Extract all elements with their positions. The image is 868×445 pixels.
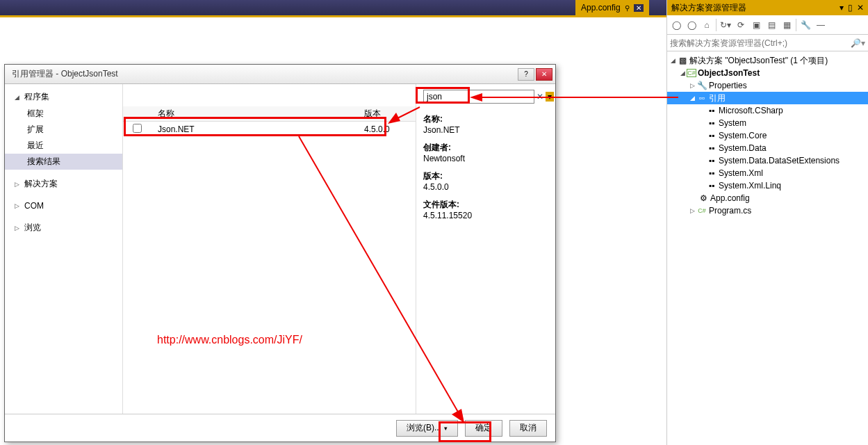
dialog-details-panel: ✕ ▾ 名称: Json.NET 创建者: Newtonsoft 版本: 4.5…	[416, 84, 555, 414]
csharp-project-icon: C#	[687, 69, 696, 77]
reference-icon: ▪▪	[706, 143, 717, 153]
category-assemblies[interactable]: ◢程序集	[5, 88, 122, 106]
solution-node[interactable]: ◢ ▩ 解决方案 "ObjectJsonTest" (1 个项目)	[667, 54, 868, 67]
result-checkbox[interactable]	[133, 124, 142, 133]
properties-icon[interactable]: ▦	[780, 19, 793, 31]
solution-icon: ▩	[677, 56, 688, 65]
reference-manager-dialog: 引用管理器 - ObjectJsonTest ? ✕ ◢程序集 框架 扩展 最近…	[4, 64, 556, 442]
properties-label: Properties	[709, 81, 747, 90]
results-header: 名称 版本	[123, 106, 416, 122]
reference-icon: ▪▪	[706, 131, 717, 140]
solution-explorer-search: 🔎▾	[667, 35, 868, 51]
dialog-title-bar[interactable]: 引用管理器 - ObjectJsonTest ? ✕	[5, 65, 555, 84]
result-version: 4.5.0.0	[360, 124, 416, 134]
references-label: 引用	[709, 92, 726, 104]
appconfig-node[interactable]: ⚙ App.config	[667, 192, 868, 204]
dialog-category-list: ◢程序集 框架 扩展 最近 搜索结果 ▷解决方案 ▷COM ▷浏览	[5, 84, 123, 414]
col-name[interactable]: 名称	[151, 108, 360, 120]
refresh-icon[interactable]: ↻▾	[719, 19, 732, 31]
browse-button[interactable]: 浏览(B)...▾	[396, 420, 458, 437]
reference-item[interactable]: ▪▪System.Xml.Linq	[667, 179, 868, 192]
csharp-file-icon: C#	[696, 207, 707, 214]
result-row[interactable]: Json.NET 4.5.0.0	[123, 122, 416, 137]
forward-icon[interactable]: ◯	[685, 19, 698, 31]
references-icon: ▫▫	[696, 93, 707, 103]
cancel-button[interactable]: 取消	[509, 420, 547, 437]
programcs-node[interactable]: ▷ C# Program.cs	[667, 204, 868, 217]
project-label: ObjectJsonTest	[698, 68, 760, 78]
detail-fileversion-label: 文件版本:	[423, 199, 548, 211]
category-com[interactable]: ▷COM	[5, 198, 122, 213]
expand-icon[interactable]: ◢	[678, 70, 687, 76]
reference-item[interactable]: ▪▪System.Xml	[667, 167, 868, 179]
expand-icon[interactable]: ◢	[688, 95, 696, 102]
home-icon[interactable]: ⌂	[701, 19, 713, 31]
back-icon[interactable]: ◯	[670, 19, 682, 31]
dialog-footer: 浏览(B)...▾ 确定 取消	[5, 414, 555, 442]
solution-explorer-toolbar: ◯ ◯ ⌂ ↻▾ ⟳ ▣ ▤ ▦ 🔧 —	[667, 15, 868, 35]
solution-explorer-panel: 解决方案资源管理器 ▾ ▯ ✕ ◯ ◯ ⌂ ↻▾ ⟳ ▣ ▤ ▦ 🔧 — 🔎▾ …	[666, 0, 868, 445]
reference-item[interactable]: ▪▪System.Data	[667, 142, 868, 154]
expand-icon[interactable]: ▷	[688, 82, 696, 89]
subcategory-recent[interactable]: 最近	[5, 138, 122, 154]
references-node[interactable]: ◢ ▫▫ 引用	[667, 92, 868, 104]
close-icon[interactable]: ✕	[857, 3, 864, 13]
solution-tree: ◢ ▩ 解决方案 "ObjectJsonTest" (1 个项目) ◢ C# O…	[667, 51, 868, 445]
solution-explorer-title-bar: 解决方案资源管理器 ▾ ▯ ✕	[667, 0, 868, 15]
sync-icon[interactable]: ⟳	[735, 19, 747, 31]
reference-item[interactable]: ▪▪Microsoft.CSharp	[667, 104, 868, 117]
dialog-search-input[interactable]	[423, 90, 534, 104]
reference-item[interactable]: ▪▪System	[667, 117, 868, 129]
reference-icon: ▪▪	[706, 106, 717, 115]
category-solution[interactable]: ▷解决方案	[5, 175, 122, 193]
close-icon[interactable]: ✕	[536, 68, 552, 81]
search-icon[interactable]: 🔎▾	[851, 38, 865, 48]
help-icon[interactable]: ?	[518, 68, 534, 81]
close-icon[interactable]: ✕	[634, 4, 644, 12]
reference-item[interactable]: ▪▪System.Data.DataSetExtensions	[667, 154, 868, 167]
solution-search-input[interactable]	[670, 38, 851, 48]
reference-icon: ▪▪	[706, 156, 717, 165]
reference-item[interactable]: ▪▪System.Core	[667, 129, 868, 142]
wrench-icon[interactable]: 🔧	[799, 19, 812, 31]
detail-version-label: 版本:	[423, 170, 548, 182]
tab-app-config[interactable]: App.config ⚲ ✕	[575, 0, 649, 15]
collapse-icon[interactable]: ▣	[750, 19, 762, 31]
pin-icon[interactable]: ▯	[848, 3, 853, 13]
watermark-text: http://www.cnblogs.com/JiYF/	[157, 334, 302, 346]
expand-icon[interactable]: ◢	[669, 57, 677, 64]
config-icon: ⚙	[698, 193, 709, 203]
detail-author-label: 创建者:	[423, 142, 548, 154]
pin-icon[interactable]: ⚲	[625, 4, 630, 12]
detail-version: 4.5.0.0	[423, 182, 548, 192]
search-dropdown-icon[interactable]: ▾	[546, 92, 554, 102]
expand-icon[interactable]: ▷	[688, 207, 696, 214]
subcategory-search-results[interactable]: 搜索结果	[5, 154, 122, 170]
detail-name: Json.NET	[423, 125, 548, 135]
subcategory-framework[interactable]: 框架	[5, 106, 122, 122]
detail-author: Newtonsoft	[423, 154, 548, 163]
dialog-title: 引用管理器 - ObjectJsonTest	[12, 68, 118, 80]
ok-button[interactable]: 确定	[465, 420, 502, 437]
tab-label: App.config	[581, 3, 621, 13]
solution-explorer-title: 解决方案资源管理器	[671, 2, 746, 14]
clear-search-icon[interactable]: ✕	[534, 92, 546, 102]
category-browse[interactable]: ▷浏览	[5, 219, 122, 236]
more-icon[interactable]: —	[814, 19, 827, 31]
wrench-icon: 🔧	[696, 81, 707, 90]
properties-node[interactable]: ▷ 🔧 Properties	[667, 79, 868, 92]
reference-icon: ▪▪	[706, 118, 717, 128]
reference-icon: ▪▪	[706, 168, 717, 178]
subcategory-extensions[interactable]: 扩展	[5, 122, 122, 138]
reference-icon: ▪▪	[706, 181, 717, 191]
dialog-results-list: 名称 版本 Json.NET 4.5.0.0	[123, 84, 416, 414]
show-all-icon[interactable]: ▤	[765, 19, 778, 31]
col-version[interactable]: 版本	[360, 108, 416, 120]
detail-fileversion: 4.5.11.15520	[423, 211, 548, 220]
result-name: Json.NET	[151, 124, 360, 134]
dropdown-icon[interactable]: ▾	[840, 3, 844, 13]
project-node[interactable]: ◢ C# ObjectJsonTest	[667, 67, 868, 79]
solution-label: 解决方案 "ObjectJsonTest" (1 个项目)	[689, 55, 828, 67]
detail-name-label: 名称:	[423, 113, 548, 125]
